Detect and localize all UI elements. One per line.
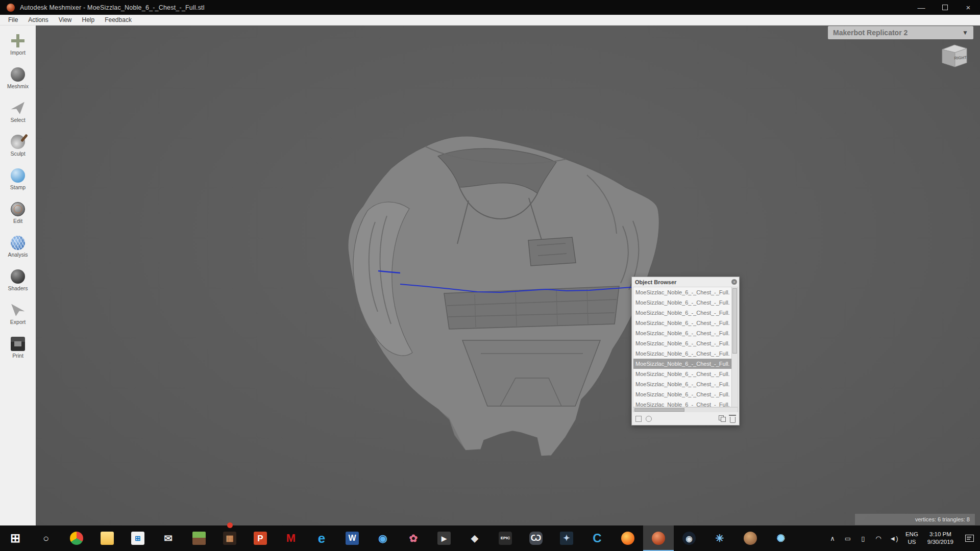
- object-row[interactable]: MoeSizzlac_Noble_6_-_Chest_-_Full.: [633, 399, 731, 407]
- vertical-scrollbar-thumb[interactable]: [732, 288, 737, 354]
- brown-app-icon[interactable]: [735, 525, 766, 551]
- game-notification-icon[interactable]: ▦: [214, 525, 245, 551]
- notification-icon: [965, 535, 974, 542]
- object-row[interactable]: MoeSizzlac_Noble_6_-_Chest_-_Full.: [633, 369, 731, 379]
- mail-icon[interactable]: ✉: [153, 525, 184, 551]
- menu-file[interactable]: File: [3, 16, 23, 23]
- menu-actions[interactable]: Actions: [23, 16, 53, 23]
- print-tool[interactable]: Print: [0, 337, 36, 359]
- taskbar-apps: ⊞ ○ ⊞ ✉: [0, 525, 796, 551]
- maximize-button[interactable]: [933, 0, 957, 15]
- steam-icon[interactable]: ◉: [674, 525, 704, 551]
- shaders-tool[interactable]: Shaders: [0, 269, 36, 291]
- window-controls: — ×: [910, 0, 980, 15]
- firefox-icon[interactable]: [612, 525, 643, 551]
- analysis-tool[interactable]: Analysis: [0, 236, 36, 258]
- object-name: MoeSizzlac_Noble_6_-_Chest_-_Full.: [635, 391, 730, 397]
- view-mesh-icon[interactable]: [635, 416, 642, 422]
- system-tray: ∧ ▭ ▯ ◠ ◄) ENG US 3:10 PM 9/30/2019: [825, 525, 980, 551]
- start-icon[interactable]: ⊞: [0, 525, 31, 551]
- object-browser-panel: Object Browser × MoeSizzlac_Noble_6_-_Ch…: [631, 277, 740, 425]
- object-row[interactable]: MoeSizzlac_Noble_6_-_Chest_-_Full.: [633, 297, 731, 308]
- edge-icon[interactable]: e: [306, 525, 337, 551]
- video-app-icon[interactable]: ▶: [429, 525, 459, 551]
- object-row[interactable]: MoeSizzlac_Noble_6_-_Chest_-_Full.: [633, 328, 731, 338]
- object-name: MoeSizzlac_Noble_6_-_Chest_-_Full.: [635, 340, 730, 346]
- chest-armor-model[interactable]: [347, 134, 674, 471]
- clock-date: 9/30/2019: [927, 538, 953, 546]
- battery-icon[interactable]: ▯: [855, 535, 871, 542]
- object-row[interactable]: MoeSizzlac_Noble_6_-_Chest_-_Full.: [633, 348, 731, 359]
- select-tool[interactable]: Select: [0, 101, 36, 123]
- object-row[interactable]: MoeSizzlac_Noble_6_-_Chest_-_Full.: [633, 389, 731, 399]
- mesh-stats-status: vertices: 6 triangles: 8: [855, 514, 975, 525]
- menu-view[interactable]: View: [54, 16, 77, 23]
- close-button[interactable]: ×: [957, 0, 980, 15]
- maps-icon[interactable]: ◉: [368, 525, 398, 551]
- epic-games-icon[interactable]: EPIC: [490, 525, 521, 551]
- viewport-3d[interactable]: Makerbot Replicator 2 ▼ RIGHT Object Bro…: [36, 26, 980, 525]
- export-icon: [11, 303, 25, 317]
- object-row[interactable]: MoeSizzlac_Noble_6_-_Chest_-_Full.: [633, 359, 731, 369]
- clock[interactable]: 3:10 PM 9/30/2019: [922, 531, 959, 546]
- close-icon[interactable]: ×: [731, 279, 737, 285]
- printer-name: Makerbot Replicator 2: [833, 29, 908, 37]
- object-name: MoeSizzlac_Noble_6_-_Chest_-_Full.: [635, 381, 730, 387]
- object-row[interactable]: MoeSizzlac_Noble_6_-_Chest_-_Full.: [633, 379, 731, 389]
- menu-feedback[interactable]: Feedback: [100, 16, 137, 23]
- printer-selector-dropdown[interactable]: Makerbot Replicator 2 ▼: [828, 26, 973, 39]
- sculpt-tool[interactable]: Sculpt: [0, 135, 36, 157]
- delete-object-icon[interactable]: [730, 417, 736, 423]
- object-name: MoeSizzlac_Noble_6_-_Chest_-_Full.: [635, 299, 730, 306]
- duplicate-object-icon[interactable]: [719, 415, 726, 422]
- vertical-scrollbar[interactable]: [731, 287, 738, 407]
- meshmixer-icon[interactable]: [643, 525, 674, 551]
- m-app-icon[interactable]: M: [276, 525, 306, 551]
- object-row[interactable]: MoeSizzlac_Noble_6_-_Chest_-_Full.: [633, 338, 731, 348]
- epic-tray-icon[interactable]: ▭: [840, 535, 855, 542]
- meshmixer-logo-icon: [7, 4, 15, 12]
- file-explorer-icon[interactable]: [92, 525, 122, 551]
- object-browser-header[interactable]: Object Browser ×: [632, 277, 739, 287]
- discord-icon[interactable]: Ѡ: [521, 525, 551, 551]
- horizontal-scrollbar-thumb[interactable]: [634, 408, 684, 412]
- tool-label: Select: [10, 117, 25, 123]
- action-center-button[interactable]: [959, 525, 980, 551]
- view-sphere-icon[interactable]: [646, 416, 652, 422]
- minecraft-icon[interactable]: [184, 525, 214, 551]
- import-tool[interactable]: Import: [0, 34, 36, 56]
- minimize-button[interactable]: —: [910, 0, 933, 15]
- shaders-icon: [11, 269, 25, 284]
- object-browser-title: Object Browser: [635, 279, 676, 285]
- tool-label: Edit: [13, 218, 22, 224]
- orientation-cube[interactable]: RIGHT: [938, 42, 970, 71]
- store-icon[interactable]: ⊞: [122, 525, 153, 551]
- hidden-icons-chevron[interactable]: ∧: [825, 535, 840, 542]
- object-row[interactable]: MoeSizzlac_Noble_6_-_Chest_-_Full.: [633, 308, 731, 318]
- language-indicator[interactable]: ENG US: [901, 531, 922, 546]
- edit-tool[interactable]: Edit: [0, 202, 36, 224]
- export-tool[interactable]: Export: [0, 303, 36, 325]
- halo-game-icon[interactable]: ✦: [551, 525, 582, 551]
- volume-icon[interactable]: ◄): [886, 535, 901, 542]
- object-row[interactable]: MoeSizzlac_Noble_6_-_Chest_-_Full.: [633, 318, 731, 328]
- c-app-icon[interactable]: C: [582, 525, 612, 551]
- chrome-icon[interactable]: [61, 525, 92, 551]
- horizontal-scrollbar[interactable]: [633, 407, 738, 412]
- wifi-icon[interactable]: ◠: [871, 535, 886, 542]
- object-list: MoeSizzlac_Noble_6_-_Chest_-_Full. MoeSi…: [633, 287, 731, 407]
- white-app-icon[interactable]: ◆: [459, 525, 490, 551]
- atom-app-icon[interactable]: ✺: [766, 525, 796, 551]
- object-row[interactable]: MoeSizzlac_Noble_6_-_Chest_-_Full.: [633, 287, 731, 297]
- meshmix-tool[interactable]: Meshmix: [0, 67, 36, 89]
- tool-label: Meshmix: [7, 83, 29, 89]
- object-name: MoeSizzlac_Noble_6_-_Chest_-_Full.: [635, 361, 730, 367]
- word-icon[interactable]: W: [337, 525, 368, 551]
- menu-help[interactable]: Help: [77, 16, 100, 23]
- search-icon[interactable]: ○: [31, 525, 61, 551]
- blue-app-icon[interactable]: ✳: [704, 525, 735, 551]
- powerpoint-icon[interactable]: P: [245, 525, 276, 551]
- chevron-down-icon: ▼: [962, 29, 968, 36]
- photos-icon[interactable]: ✿: [398, 525, 429, 551]
- stamp-tool[interactable]: Stamp: [0, 168, 36, 190]
